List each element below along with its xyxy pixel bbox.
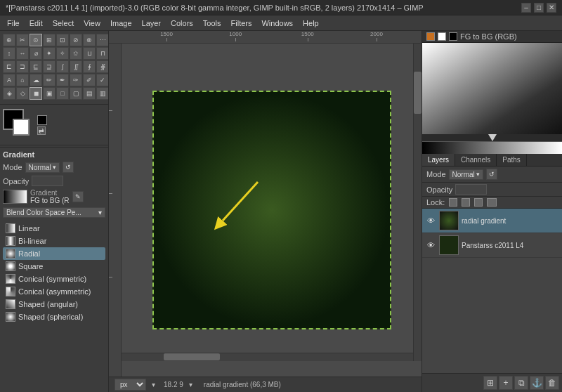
tool-icon[interactable]: ▤ xyxy=(83,87,96,100)
gradient-type-shaped-sph[interactable]: Shaped (spherical) xyxy=(3,311,105,323)
tool-icon[interactable]: ⊑ xyxy=(30,60,42,73)
new-layer-group-button[interactable]: ⊞ xyxy=(483,376,497,390)
mode-dropdown[interactable]: Normal xyxy=(25,162,60,173)
swap-colors[interactable]: ⇄ xyxy=(37,126,46,135)
tool-icon[interactable]: ✩ xyxy=(70,47,82,60)
layers-opacity-input[interactable]: 100.0 xyxy=(455,184,487,195)
menu-image[interactable]: Image xyxy=(106,18,136,29)
tool-icon[interactable]: ∮ xyxy=(83,60,96,73)
scrollbar-right[interactable] xyxy=(413,44,422,361)
tab-channels[interactable]: Channels xyxy=(455,154,497,166)
gradient-type-shaped-ang[interactable]: Shaped (angular) xyxy=(3,298,105,311)
new-layer-button[interactable]: + xyxy=(499,376,513,390)
tool-icon[interactable]: ⌂ xyxy=(16,74,29,86)
tool-icon[interactable]: ⊔ xyxy=(83,47,96,60)
menu-tools[interactable]: Tools xyxy=(199,18,226,29)
tool-icon[interactable]: ▣ xyxy=(43,87,55,100)
menu-file[interactable]: File xyxy=(3,18,24,29)
reset-colors[interactable] xyxy=(37,115,47,125)
gradient-tool-icon[interactable]: ◼ xyxy=(30,87,42,100)
tool-icon[interactable]: ⊙ xyxy=(30,34,42,46)
tool-icon[interactable]: □ xyxy=(56,87,69,100)
canvas-wrapper[interactable] xyxy=(152,91,391,329)
gradient-type-square[interactable]: Square xyxy=(3,260,105,273)
gradient-type-radial[interactable]: Radial xyxy=(3,247,105,260)
gradient-stop-bar[interactable] xyxy=(422,141,562,154)
scrollbar-bottom-thumb[interactable] xyxy=(164,353,220,360)
background-color[interactable] xyxy=(13,119,30,136)
tool-icon[interactable]: ⊐ xyxy=(16,60,29,73)
tool-icon[interactable]: ▢ xyxy=(70,87,82,100)
scrollbar-bottom[interactable] xyxy=(122,353,413,361)
gradient-type-bilinear[interactable]: Bi-linear xyxy=(3,235,105,247)
blend-color-dropdown[interactable]: Blend Color Space Pe... ▾ xyxy=(3,207,105,218)
tool-icon[interactable]: ✏ xyxy=(43,74,55,86)
tool-icon[interactable]: ▥ xyxy=(96,87,109,100)
lock-all-icon[interactable] xyxy=(487,198,497,207)
tool-icon[interactable]: ⋯ xyxy=(96,34,109,46)
tool-icon[interactable]: ⊕ xyxy=(3,34,15,46)
tool-icon[interactable]: ⊓ xyxy=(96,47,109,60)
tool-icon[interactable]: ✦ xyxy=(43,47,55,60)
tool-icon[interactable]: ☁ xyxy=(30,74,42,86)
anchor-layer-button[interactable]: ⚓ xyxy=(530,376,544,390)
delete-layer-button[interactable]: 🗑 xyxy=(545,376,559,390)
menu-filters[interactable]: Filters xyxy=(227,18,256,29)
layers-mode-dropdown[interactable]: Normal xyxy=(449,169,483,180)
tool-icon[interactable]: ↔ xyxy=(16,47,29,60)
lock-alpha-icon[interactable] xyxy=(449,198,457,207)
layer-visibility-toggle[interactable]: 👁 xyxy=(425,240,436,251)
tool-icon[interactable]: ⌀ xyxy=(30,47,42,60)
tab-paths[interactable]: Paths xyxy=(497,154,527,166)
layer-row[interactable]: 👁 Panstarss c2011 L4 xyxy=(422,233,562,258)
gradient-type-linear[interactable]: Linear xyxy=(3,222,105,235)
tool-icon[interactable]: ↕ xyxy=(3,47,15,60)
tool-icon[interactable]: ∫ xyxy=(56,60,69,73)
menu-view[interactable]: View xyxy=(79,18,105,29)
unit-selector[interactable]: px mm in xyxy=(115,379,146,391)
gradient-edit-button[interactable]: ✎ xyxy=(72,191,84,202)
tool-icon[interactable]: ◈ xyxy=(3,87,15,100)
menu-layer[interactable]: Layer xyxy=(138,18,166,29)
tool-icon[interactable]: ✐ xyxy=(83,74,96,86)
lock-move-icon[interactable] xyxy=(474,198,483,207)
menu-help[interactable]: Help xyxy=(299,18,323,29)
tool-icon[interactable]: ∬ xyxy=(70,60,82,73)
layer-row[interactable]: 👁 radial gradient xyxy=(422,209,562,233)
opacity-input[interactable]: 100.0 xyxy=(32,176,63,186)
gradient-type-conical-asym[interactable]: Conical (asymmetric) xyxy=(3,285,105,298)
menu-edit[interactable]: Edit xyxy=(25,18,47,29)
gradient-type-conical-sym[interactable]: Conical (symmetric) xyxy=(3,273,105,285)
lock-paint-icon[interactable] xyxy=(462,198,470,207)
menu-colors[interactable]: Colors xyxy=(166,18,197,29)
tool-icon[interactable]: ⊏ xyxy=(3,60,15,73)
tool-icon[interactable]: ⊘ xyxy=(70,34,82,46)
tool-icon[interactable]: ⊗ xyxy=(83,34,96,46)
tool-icon[interactable]: ✂ xyxy=(16,34,29,46)
canvas-image[interactable] xyxy=(152,91,391,329)
tool-icon[interactable]: ✒ xyxy=(56,74,69,86)
tool-icon[interactable]: A xyxy=(3,74,15,86)
close-button[interactable]: ✕ xyxy=(547,3,556,13)
tool-icon[interactable]: ✑ xyxy=(70,74,82,86)
tool-icon[interactable]: ◇ xyxy=(16,87,29,100)
tool-icon[interactable]: ⊡ xyxy=(56,34,69,46)
tool-icon[interactable]: ∯ xyxy=(96,60,109,73)
maximize-button[interactable]: □ xyxy=(534,3,544,13)
canvas-container[interactable] xyxy=(109,44,422,377)
scrollbar-right-thumb[interactable] xyxy=(414,72,422,114)
tool-icon[interactable]: ✧ xyxy=(56,47,69,60)
layer-visibility-toggle[interactable]: 👁 xyxy=(425,215,436,226)
gradient-swatch[interactable] xyxy=(3,190,27,204)
tool-icon[interactable]: ⊒ xyxy=(43,60,55,73)
layers-mode-reset[interactable]: ↺ xyxy=(486,169,497,180)
mode-reset-button[interactable]: ↺ xyxy=(63,162,74,173)
tool-icon[interactable]: ⊞ xyxy=(43,34,55,46)
gradient-handle-arrow[interactable] xyxy=(488,134,497,141)
menu-select[interactable]: Select xyxy=(48,18,79,29)
menu-windows[interactable]: Windows xyxy=(257,18,297,29)
duplicate-layer-button[interactable]: ⧉ xyxy=(514,376,528,390)
minimize-button[interactable]: – xyxy=(521,3,531,13)
tool-icon[interactable]: ✓ xyxy=(96,74,109,86)
tab-layers[interactable]: Layers xyxy=(422,154,455,166)
